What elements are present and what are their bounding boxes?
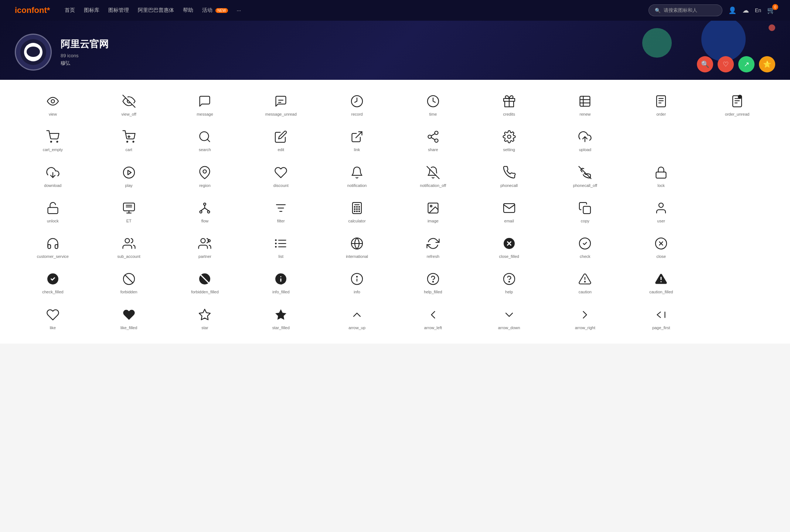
icon-close[interactable]: close — [623, 229, 699, 265]
icon-time[interactable]: time — [395, 87, 471, 123]
heart-action-button[interactable]: ♡ — [718, 56, 734, 72]
help-icon — [503, 272, 516, 286]
svg-rect-42 — [48, 207, 58, 214]
icon-copy[interactable]: copy — [547, 194, 623, 229]
icon-phonecall[interactable]: phonecall — [471, 158, 547, 194]
icon-share[interactable]: share — [395, 123, 471, 158]
icon-help[interactable]: help — [471, 265, 547, 300]
icon-check[interactable]: check — [547, 229, 623, 265]
lang-icon[interactable]: En — [755, 7, 761, 13]
nav-activity[interactable]: 活动 NEW — [202, 7, 228, 14]
banner-decoration-3 — [769, 24, 775, 31]
nav-management[interactable]: 图标管理 — [108, 7, 129, 14]
renew-icon — [578, 95, 592, 108]
icon-arrow-left[interactable]: arrow_left — [395, 301, 471, 336]
icon-play[interactable]: play — [91, 158, 167, 194]
icon-message-unread[interactable]: message_unread — [243, 87, 319, 123]
icon-page-first[interactable]: page_first — [623, 301, 699, 336]
user-icon[interactable]: 👤 — [728, 6, 736, 14]
icon-download[interactable]: download — [15, 158, 91, 194]
icon-cart[interactable]: cart — [91, 123, 167, 158]
icon-help-filled[interactable]: help_filled — [395, 265, 471, 300]
icon-like-filled[interactable]: like_filled — [91, 301, 167, 336]
icon-refresh[interactable]: refresh — [395, 229, 471, 265]
icon-like[interactable]: like — [15, 301, 91, 336]
icon-order-unread[interactable]: order_unread — [699, 87, 775, 123]
icon-sub-account[interactable]: sub_account — [91, 229, 167, 265]
icon-caution-filled[interactable]: caution_filled — [623, 265, 699, 300]
icon-user[interactable]: user — [623, 194, 699, 229]
icon-check-filled[interactable]: check_filled — [15, 265, 91, 300]
nav-help[interactable]: 帮助 — [183, 7, 193, 14]
main-content: view view_off message message_unread rec… — [0, 80, 790, 344]
info-filled-label: info_filled — [272, 289, 289, 294]
icon-region[interactable]: region — [167, 158, 243, 194]
icon-info[interactable]: info — [319, 265, 395, 300]
icon-credits[interactable]: credits — [471, 87, 547, 123]
icon-phonecall-off[interactable]: phonecall_off — [547, 158, 623, 194]
icon-calculator[interactable]: calculator — [319, 194, 395, 229]
icon-et[interactable]: ET — [91, 194, 167, 229]
icon-close-filled[interactable]: close_filled — [471, 229, 547, 265]
icon-record[interactable]: record — [319, 87, 395, 123]
nav-home[interactable]: 首页 — [65, 7, 75, 14]
icon-notification-off[interactable]: notification_off — [395, 158, 471, 194]
icon-list[interactable]: list — [243, 229, 319, 265]
notification-icon — [350, 166, 364, 179]
icon-international[interactable]: international — [319, 229, 395, 265]
icon-star[interactable]: star — [167, 301, 243, 336]
logo[interactable]: iconfont* — [15, 6, 50, 15]
icon-partner[interactable]: partner — [167, 229, 243, 265]
cart-badge: 0 — [772, 4, 778, 10]
icon-link[interactable]: link — [319, 123, 395, 158]
icon-lock[interactable]: lock — [623, 158, 699, 194]
action-buttons: 🔍 ♡ ↗ ⭐ — [697, 56, 775, 72]
phonecall-label: phonecall — [500, 183, 518, 188]
header-search[interactable]: 🔍 请搜索图标和人 — [648, 4, 722, 16]
icon-caution[interactable]: caution — [547, 265, 623, 300]
logo-star: * — [47, 6, 50, 15]
icon-customer-service[interactable]: customer_service — [15, 229, 91, 265]
icon-unlock[interactable]: unlock — [15, 194, 91, 229]
icon-forbidden-filled[interactable]: forbidden_filled — [167, 265, 243, 300]
icon-renew[interactable]: renew — [547, 87, 623, 123]
cart-button[interactable]: 🛒 0 — [767, 6, 775, 14]
upload-icon — [578, 130, 592, 143]
icon-filter[interactable]: filter — [243, 194, 319, 229]
icon-upload[interactable]: upload — [547, 123, 623, 158]
activity-badge: NEW — [215, 8, 228, 13]
svg-marker-106 — [275, 309, 286, 320]
nav-more[interactable]: ··· — [237, 7, 241, 13]
banner-avatar — [15, 34, 52, 71]
icon-email[interactable]: email — [471, 194, 547, 229]
setting-label: setting — [503, 147, 515, 152]
icon-forbidden[interactable]: forbidden — [91, 265, 167, 300]
order-unread-icon — [731, 95, 744, 108]
icon-discount[interactable]: discount — [243, 158, 319, 194]
nav-font[interactable]: 阿里巴巴普惠体 — [138, 7, 174, 14]
svg-point-28 — [435, 131, 438, 134]
icon-arrow-right[interactable]: arrow_right — [547, 301, 623, 336]
nav-library[interactable]: 图标库 — [84, 7, 99, 14]
icon-cart-empty[interactable]: cart_empty — [15, 123, 91, 158]
icon-info-filled[interactable]: info_filled — [243, 265, 319, 300]
icon-order[interactable]: order — [623, 87, 699, 123]
icon-flow[interactable]: flow — [167, 194, 243, 229]
icon-view-off[interactable]: view_off — [91, 87, 167, 123]
icon-star-filled[interactable]: star_filled — [243, 301, 319, 336]
icon-arrow-down[interactable]: arrow_down — [471, 301, 547, 336]
icon-search[interactable]: search — [167, 123, 243, 158]
star-action-button[interactable]: ⭐ — [759, 56, 775, 72]
icon-image[interactable]: image — [395, 194, 471, 229]
help-label: help — [505, 289, 513, 294]
upload-cloud-icon[interactable]: ☁ — [742, 6, 749, 14]
share-action-button[interactable]: ↗ — [738, 56, 755, 72]
icon-setting[interactable]: setting — [471, 123, 547, 158]
search-action-button[interactable]: 🔍 — [697, 56, 713, 72]
icon-edit[interactable]: edit — [243, 123, 319, 158]
icon-notification[interactable]: notification — [319, 158, 395, 194]
icon-arrow-up[interactable]: arrow_up — [319, 301, 395, 336]
icon-message[interactable]: message — [167, 87, 243, 123]
icon-view[interactable]: view — [15, 87, 91, 123]
svg-point-99 — [504, 273, 515, 284]
